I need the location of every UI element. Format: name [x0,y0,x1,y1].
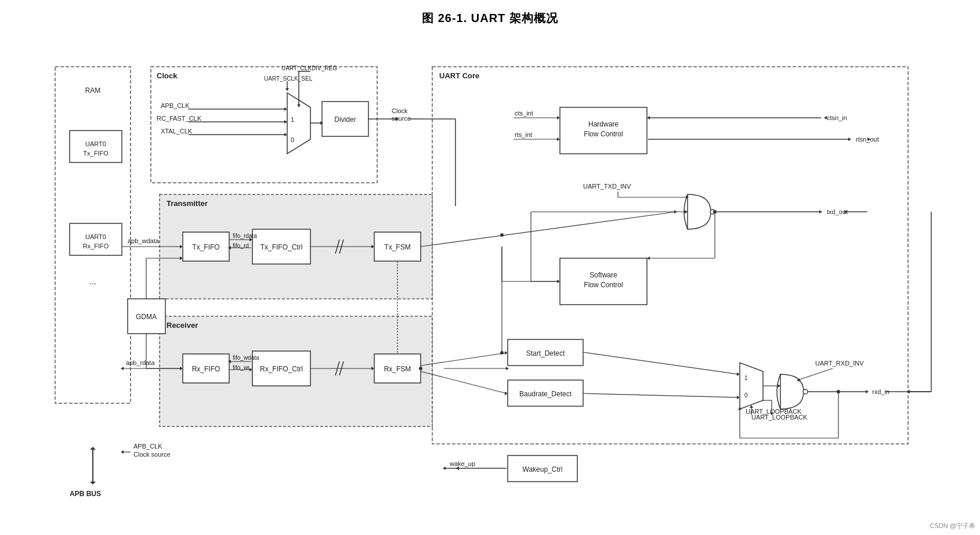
svg-marker-82 [228,246,231,250]
svg-text:XTAL_CLK: XTAL_CLK [161,128,193,135]
svg-text:Tx_FIFO_Ctrl: Tx_FIFO_Ctrl [260,243,302,251]
svg-marker-64 [284,120,287,124]
svg-marker-147 [750,405,753,408]
svg-marker-165 [121,450,124,454]
svg-marker-159 [90,447,96,450]
svg-point-91 [500,233,504,237]
svg-rect-30 [374,354,421,383]
svg-marker-92 [674,210,677,214]
svg-rect-24 [374,232,421,261]
svg-marker-55 [297,104,301,107]
svg-rect-32 [508,339,583,366]
svg-point-48 [710,209,715,214]
svg-text:Tx_FSM: Tx_FSM [384,243,410,251]
svg-text:1: 1 [744,375,748,381]
watermark: CSDN @宁子希 [930,522,975,530]
svg-text:UART_TXD_INV: UART_TXD_INV [583,183,631,190]
svg-line-86 [339,240,343,254]
svg-text:wake_up: wake_up [449,460,475,467]
svg-text:Rx_FIFO: Rx_FIFO [191,365,220,373]
svg-marker-104 [557,280,560,283]
svg-text:cts_int: cts_int [515,110,533,117]
svg-point-52 [803,389,808,394]
svg-marker-118 [867,138,871,141]
svg-marker-187 [738,407,742,410]
svg-marker-190 [180,256,183,260]
svg-text:rtsn_out: rtsn_out [856,136,879,143]
svg-marker-58 [285,88,289,91]
svg-text:Rx_FIFO_Ctrl: Rx_FIFO_Ctrl [259,365,302,373]
svg-line-138 [583,393,739,397]
svg-marker-70 [320,121,323,125]
svg-text:Divider: Divider [334,115,356,124]
svg-point-183 [837,390,840,393]
svg-rect-26 [183,354,229,383]
svg-text:Transmitter: Transmitter [167,199,208,208]
svg-marker-149 [866,390,869,393]
svg-point-170 [713,210,717,214]
svg-text:Clock source: Clock source [133,451,171,458]
svg-text:Software: Software [590,271,617,279]
svg-text:Receiver: Receiver [167,321,198,330]
svg-text:fifo_rdata: fifo_rdata [233,233,257,239]
svg-marker-180 [770,413,773,415]
svg-line-85 [335,240,339,254]
svg-text:Clock: Clock [157,71,178,80]
svg-rect-22 [252,229,310,264]
svg-rect-0 [55,67,131,403]
svg-marker-160 [90,482,96,485]
svg-marker-175 [506,367,509,370]
svg-marker-100 [844,210,848,214]
svg-text:apb_rdata: apb_rdata [126,359,155,366]
svg-rect-28 [252,351,310,386]
svg-text:Tx_FIFO: Tx_FIFO [192,243,219,251]
svg-marker-80 [249,238,252,241]
svg-text:Rx_FIFO: Rx_FIFO [82,243,109,250]
svg-text:UART_LOOPBACK: UART_LOOPBACK [751,414,808,421]
svg-text:...: ... [89,276,96,286]
svg-text:ctsn_in: ctsn_in [827,114,847,121]
svg-marker-109 [557,138,560,141]
svg-marker-49 [740,363,763,409]
svg-marker-112 [647,116,650,120]
svg-marker-61 [284,107,287,111]
svg-text:source: source [392,115,411,122]
svg-marker-137 [737,373,740,376]
page-title: 图 26-1. UART 架构概况 [0,0,980,32]
svg-rect-38 [128,299,165,334]
svg-text:RAM: RAM [85,86,100,95]
svg-marker-173 [647,256,650,260]
svg-line-132 [421,353,507,366]
svg-text:GDMA: GDMA [136,313,157,321]
svg-marker-135 [505,392,508,395]
svg-text:APB BUS: APB BUS [70,490,101,498]
svg-text:rxd_in: rxd_in [872,388,889,395]
svg-marker-106 [557,116,560,120]
svg-marker-139 [737,396,740,399]
svg-text:apb_wdata: apb_wdata [128,237,160,244]
svg-line-90 [421,212,676,247]
svg-text:Rx_FSM: Rx_FSM [384,365,411,373]
svg-text:UART0: UART0 [85,140,106,147]
svg-rect-41 [70,131,122,162]
svg-marker-141 [778,384,780,388]
svg-marker-116 [848,138,851,141]
svg-line-143 [798,368,833,380]
svg-marker-169 [685,210,688,214]
svg-text:Start_Detect: Start_Detect [526,349,565,357]
svg-line-134 [421,371,507,393]
svg-text:Wakeup_Ctrl: Wakeup_Ctrl [522,465,562,473]
svg-marker-88 [180,245,183,248]
svg-marker-98 [819,210,822,214]
svg-text:Tx_FIFO: Tx_FIFO [83,150,109,157]
svg-text:UART_LOOPBACK: UART_LOOPBACK [746,408,802,415]
svg-rect-20 [183,232,229,261]
svg-text:UART_CLKDIV_REG: UART_CLKDIV_REG [281,65,337,71]
svg-marker-84 [371,245,374,248]
svg-text:APB_CLK: APB_CLK [133,443,162,450]
svg-text:txd_out: txd_out [827,208,848,215]
svg-rect-14 [560,107,647,154]
svg-point-195 [500,351,504,355]
svg-text:fifo_rd: fifo_rd [233,243,249,249]
svg-rect-3 [160,194,432,299]
